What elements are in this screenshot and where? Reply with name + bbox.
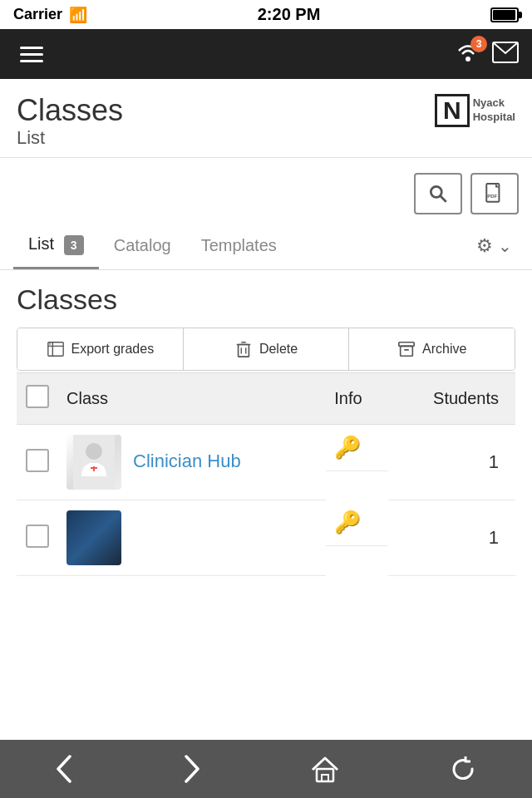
classes-section: Classes X Export grades Delete [0, 270, 532, 576]
wifi-icon: 📶 [69, 6, 87, 24]
status-right [490, 7, 519, 22]
hospital-name: NyackHospital [473, 96, 515, 125]
status-time: 2:20 PM [258, 5, 321, 24]
row-check-cell [17, 500, 58, 575]
archive-icon [397, 340, 416, 358]
col-info-header: Info [326, 372, 388, 424]
hospital-initial: N [435, 94, 470, 127]
svg-rect-16 [401, 346, 413, 356]
table-row: 🔑 1 [17, 500, 515, 575]
col-class-header: Class [58, 372, 326, 424]
table-row: Clinician Hub 🔑 1 [17, 424, 515, 500]
col-students-header: Students [388, 372, 515, 424]
action-buttons-bar: X Export grades Delete Archive [17, 328, 515, 371]
tab-gear-menu[interactable]: ⚙ ⌄ [470, 227, 519, 265]
status-bar: Carrier 📶 2:20 PM [0, 0, 532, 29]
delete-button[interactable]: Delete [184, 328, 350, 370]
row-checkbox[interactable] [26, 449, 49, 472]
col-check [17, 372, 58, 424]
pdf-button[interactable]: PDF [470, 173, 519, 214]
carrier-label: Carrier [13, 6, 62, 23]
export-grades-icon: X [47, 340, 65, 358]
svg-rect-10 [238, 344, 249, 357]
page-title: Classes [17, 94, 123, 127]
notification-badge: 3 [470, 36, 487, 52]
class-row-inner [66, 510, 318, 565]
hamburger-button[interactable] [13, 40, 50, 69]
page-title-block: Classes List [17, 94, 123, 149]
key-icon: 🔑 [334, 510, 361, 535]
row-class-cell [58, 500, 326, 575]
toolbar-row: PDF [0, 158, 532, 223]
svg-line-3 [441, 195, 446, 201]
row-checkbox[interactable] [26, 525, 49, 548]
nav-icons: 3 [456, 41, 519, 67]
page-subtitle: List [17, 127, 123, 149]
search-button[interactable] [414, 173, 462, 214]
mail-button[interactable] [492, 42, 519, 66]
notifications-button[interactable]: 3 [456, 41, 480, 67]
row-info-cell: 🔑 [326, 500, 388, 546]
row-students-cell: 1 [388, 500, 515, 575]
tabs-bar: List 3 Catalog Templates ⚙ ⌄ [0, 223, 532, 270]
svg-text:PDF: PDF [487, 194, 497, 199]
battery-icon [490, 7, 519, 22]
tab-templates-label: Templates [201, 236, 277, 254]
classes-table: Class Info Students [17, 372, 515, 576]
nav-bar: 3 [0, 29, 532, 79]
status-left: Carrier 📶 [13, 6, 87, 24]
svg-point-0 [466, 57, 470, 62]
delete-label: Delete [259, 342, 298, 357]
export-grades-button[interactable]: X Export grades [17, 328, 184, 370]
gear-icon: ⚙ [476, 235, 493, 257]
select-all-checkbox[interactable] [26, 385, 49, 408]
row-check-cell [17, 424, 58, 500]
tab-catalog-label: Catalog [114, 236, 171, 254]
svg-rect-18 [73, 435, 115, 490]
row-students-cell: 1 [388, 424, 515, 500]
tab-list-badge: 3 [64, 235, 84, 255]
class-thumbnail [66, 435, 121, 490]
tab-list[interactable]: List 3 [13, 223, 99, 269]
svg-point-19 [86, 443, 102, 460]
delete-icon [234, 340, 253, 358]
search-icon [427, 183, 449, 204]
tab-templates[interactable]: Templates [186, 224, 292, 267]
chevron-down-icon: ⌄ [498, 236, 512, 256]
tab-list-label: List [28, 234, 54, 253]
class-name-link[interactable]: Clinician Hub [133, 450, 241, 474]
row-class-cell: Clinician Hub [58, 424, 326, 500]
archive-label: Archive [422, 342, 466, 357]
hospital-logo: N NyackHospital [435, 94, 515, 127]
table-header-row: Class Info Students [17, 372, 515, 424]
row-info-cell: 🔑 [326, 425, 388, 471]
mail-icon [492, 42, 519, 63]
clinician-thumbnail-img [73, 435, 115, 490]
class-thumbnail [66, 510, 121, 565]
svg-point-2 [431, 186, 441, 197]
page-header: Classes List N NyackHospital [0, 79, 532, 158]
archive-button[interactable]: Archive [349, 328, 515, 370]
class-row-inner: Clinician Hub [66, 435, 318, 490]
export-grades-label: Export grades [71, 342, 155, 357]
key-icon: 🔑 [334, 435, 361, 461]
classes-heading: Classes [17, 283, 515, 316]
tab-catalog[interactable]: Catalog [99, 224, 186, 267]
pdf-icon: PDF [484, 183, 505, 204]
